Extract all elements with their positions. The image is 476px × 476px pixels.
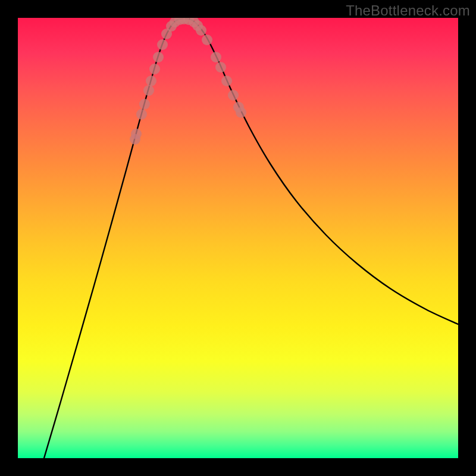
highlight-dot: [196, 25, 206, 36]
watermark-text: TheBottleneck.com: [346, 2, 470, 19]
highlight-dot: [136, 109, 147, 120]
chart-svg: [18, 18, 458, 458]
highlight-dot: [149, 64, 160, 74]
highlight-dot: [202, 35, 212, 45]
highlight-dot: [236, 107, 246, 118]
highlight-dot: [228, 90, 239, 101]
highlight-dot: [139, 99, 150, 109]
highlight-dot: [153, 52, 164, 62]
bottleneck-curve: [44, 18, 458, 458]
plot-area: [18, 18, 458, 458]
highlight-dots: [130, 18, 246, 145]
highlight-dot: [131, 129, 142, 139]
chart-frame: TheBottleneck.com: [0, 0, 476, 476]
highlight-dot: [146, 76, 156, 86]
highlight-dot: [215, 62, 226, 73]
highlight-dot: [157, 39, 168, 50]
highlight-dot: [211, 52, 221, 62]
highlight-dot: [143, 85, 154, 96]
highlight-dot: [221, 76, 232, 86]
